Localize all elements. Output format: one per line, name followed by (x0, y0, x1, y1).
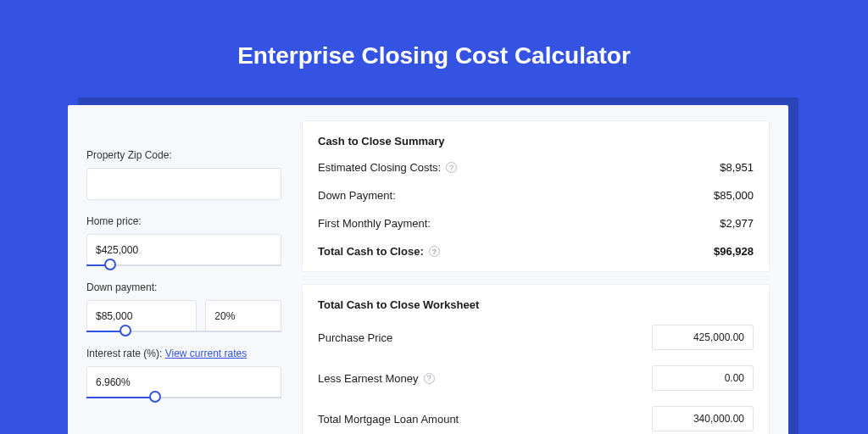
worksheet-panel: Total Cash to Close Worksheet Purchase P… (302, 284, 770, 434)
summary-row: Estimated Closing Costs:?$8,951 (318, 161, 754, 174)
worksheet-row-label: Total Mortgage Loan Amount (318, 413, 459, 426)
zip-input[interactable] (86, 168, 281, 200)
worksheet-row-label: Less Earnest Money? (318, 372, 435, 385)
zip-field: Property Zip Code: (86, 149, 281, 200)
summary-row: Down Payment:$85,000 (318, 189, 754, 202)
home-price-slider-thumb[interactable] (104, 259, 116, 270)
worksheet-value-input[interactable] (652, 325, 754, 350)
home-price-field: Home price: (86, 215, 281, 266)
zip-label: Property Zip Code: (86, 149, 281, 161)
results-column: Cash to Close Summary Estimated Closing … (302, 120, 770, 434)
summary-row-value: $96,928 (714, 245, 754, 258)
help-icon[interactable]: ? (424, 373, 435, 384)
down-payment-label: Down payment: (86, 281, 281, 293)
down-payment-slider-thumb[interactable] (120, 325, 131, 337)
summary-panel: Cash to Close Summary Estimated Closing … (302, 120, 770, 272)
worksheet-value-input[interactable] (652, 406, 754, 431)
page-title: Enterprise Closing Cost Calculator (0, 0, 868, 70)
down-payment-pct-input[interactable] (205, 300, 281, 332)
summary-row: First Monthly Payment:$2,977 (318, 217, 754, 230)
summary-row-label: Total Cash to Close:? (318, 245, 440, 258)
worksheet-title: Total Cash to Close Worksheet (318, 298, 754, 311)
interest-slider[interactable] (86, 397, 281, 398)
calculator-card: Property Zip Code: Home price: Down paym… (68, 105, 788, 434)
inputs-column: Property Zip Code: Home price: Down paym… (86, 120, 281, 434)
help-icon[interactable]: ? (446, 162, 457, 173)
summary-row-value: $8,951 (720, 161, 754, 174)
worksheet-row: Purchase Price (318, 325, 754, 350)
summary-row-label: Estimated Closing Costs:? (318, 161, 457, 174)
worksheet-row: Total Mortgage Loan Amount (318, 406, 754, 431)
summary-row: Total Cash to Close:?$96,928 (318, 245, 754, 258)
page-background: Enterprise Closing Cost Calculator Prope… (0, 0, 868, 434)
down-payment-input[interactable] (86, 300, 197, 332)
interest-input[interactable] (86, 366, 281, 398)
worksheet-value-input[interactable] (652, 365, 754, 391)
interest-label: Interest rate (%): View current rates (86, 348, 281, 359)
worksheet-row: Less Earnest Money? (318, 365, 754, 391)
worksheet-row-label: Purchase Price (318, 331, 392, 344)
summary-row-value: $2,977 (720, 217, 754, 230)
interest-slider-thumb[interactable] (149, 391, 161, 403)
summary-row-label: Down Payment: (318, 189, 396, 202)
down-payment-slider[interactable] (86, 331, 281, 332)
interest-field: Interest rate (%): View current rates (86, 348, 281, 398)
summary-row-label: First Monthly Payment: (318, 217, 431, 230)
home-price-slider[interactable] (86, 264, 281, 266)
down-payment-field: Down payment: (86, 281, 281, 332)
help-icon[interactable]: ? (429, 246, 440, 257)
summary-row-value: $85,000 (714, 189, 754, 202)
view-rates-link[interactable]: View current rates (165, 348, 248, 359)
home-price-label: Home price: (86, 215, 281, 227)
home-price-input[interactable] (86, 234, 281, 266)
summary-title: Cash to Close Summary (318, 135, 754, 147)
